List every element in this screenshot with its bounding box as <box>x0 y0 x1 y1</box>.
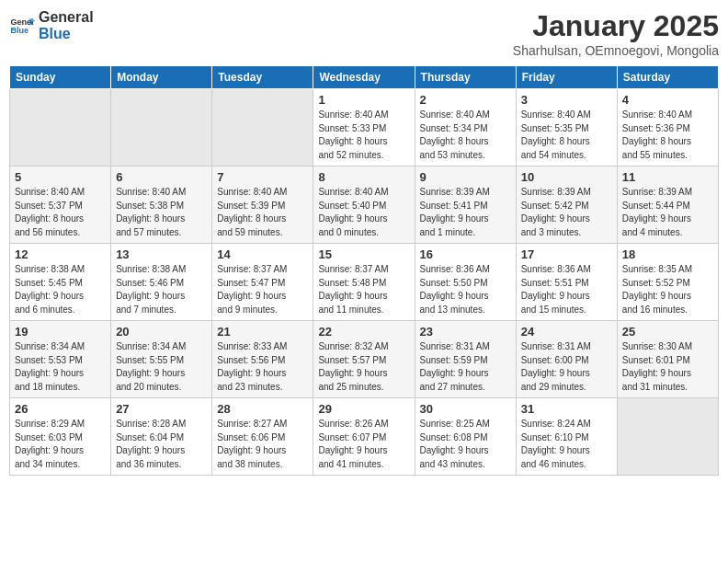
month-title: January 2025 <box>513 9 719 43</box>
day-info: Sunrise: 8:39 AM Sunset: 5:42 PM Dayligh… <box>521 186 612 239</box>
title-block: January 2025 Sharhulsan, OEmnoegovi, Mon… <box>513 9 719 58</box>
day-number: 15 <box>318 247 409 261</box>
calendar-day-cell: 31Sunrise: 8:24 AM Sunset: 6:10 PM Dayli… <box>516 398 617 476</box>
calendar-day-cell: 3Sunrise: 8:40 AM Sunset: 5:35 PM Daylig… <box>516 89 617 167</box>
day-info: Sunrise: 8:37 AM Sunset: 5:47 PM Dayligh… <box>217 263 308 316</box>
day-info: Sunrise: 8:39 AM Sunset: 5:44 PM Dayligh… <box>622 186 713 239</box>
header-row: SundayMondayTuesdayWednesdayThursdayFrid… <box>10 66 719 89</box>
weekday-header: Sunday <box>10 66 111 89</box>
day-number: 23 <box>420 325 511 339</box>
day-number: 3 <box>521 93 612 107</box>
day-number: 26 <box>15 402 106 416</box>
day-info: Sunrise: 8:36 AM Sunset: 5:51 PM Dayligh… <box>521 263 612 316</box>
day-number: 11 <box>622 170 713 184</box>
day-info: Sunrise: 8:40 AM Sunset: 5:40 PM Dayligh… <box>318 186 409 239</box>
day-number: 9 <box>420 170 511 184</box>
day-info: Sunrise: 8:40 AM Sunset: 5:33 PM Dayligh… <box>318 109 409 162</box>
logo-general: General <box>39 9 94 26</box>
calendar-day-cell: 9Sunrise: 8:39 AM Sunset: 5:41 PM Daylig… <box>415 167 516 244</box>
day-info: Sunrise: 8:34 AM Sunset: 5:53 PM Dayligh… <box>15 340 106 394</box>
day-info: Sunrise: 8:40 AM Sunset: 5:35 PM Dayligh… <box>521 109 612 162</box>
day-number: 1 <box>318 93 409 107</box>
day-number: 2 <box>420 93 511 107</box>
day-info: Sunrise: 8:26 AM Sunset: 6:07 PM Dayligh… <box>318 418 409 471</box>
calendar-day-cell: 8Sunrise: 8:40 AM Sunset: 5:40 PM Daylig… <box>313 167 415 244</box>
calendar-table: SundayMondayTuesdayWednesdayThursdayFrid… <box>9 65 719 476</box>
calendar-day-cell: 13Sunrise: 8:38 AM Sunset: 5:46 PM Dayli… <box>111 244 212 321</box>
day-number: 10 <box>521 170 612 184</box>
calendar-day-cell: 11Sunrise: 8:39 AM Sunset: 5:44 PM Dayli… <box>617 167 718 244</box>
calendar-week-row: 5Sunrise: 8:40 AM Sunset: 5:37 PM Daylig… <box>10 167 719 244</box>
day-number: 18 <box>622 247 713 261</box>
day-info: Sunrise: 8:31 AM Sunset: 6:00 PM Dayligh… <box>521 340 612 394</box>
day-info: Sunrise: 8:37 AM Sunset: 5:48 PM Dayligh… <box>318 263 409 316</box>
calendar-day-cell: 18Sunrise: 8:35 AM Sunset: 5:52 PM Dayli… <box>617 244 718 321</box>
calendar-day-cell <box>10 89 111 167</box>
calendar-week-row: 26Sunrise: 8:29 AM Sunset: 6:03 PM Dayli… <box>10 398 719 476</box>
calendar-header: SundayMondayTuesdayWednesdayThursdayFrid… <box>10 66 719 89</box>
calendar-day-cell: 1Sunrise: 8:40 AM Sunset: 5:33 PM Daylig… <box>313 89 415 167</box>
day-info: Sunrise: 8:29 AM Sunset: 6:03 PM Dayligh… <box>15 418 106 471</box>
day-info: Sunrise: 8:33 AM Sunset: 5:56 PM Dayligh… <box>217 340 308 394</box>
day-info: Sunrise: 8:28 AM Sunset: 6:04 PM Dayligh… <box>116 418 207 471</box>
day-number: 6 <box>116 170 207 184</box>
day-number: 25 <box>622 325 713 339</box>
calendar-day-cell: 26Sunrise: 8:29 AM Sunset: 6:03 PM Dayli… <box>10 398 111 476</box>
calendar-day-cell: 15Sunrise: 8:37 AM Sunset: 5:48 PM Dayli… <box>313 244 415 321</box>
calendar-week-row: 12Sunrise: 8:38 AM Sunset: 5:45 PM Dayli… <box>10 244 719 321</box>
day-number: 7 <box>217 170 308 184</box>
calendar-week-row: 19Sunrise: 8:34 AM Sunset: 5:53 PM Dayli… <box>10 321 719 398</box>
day-number: 16 <box>420 247 511 261</box>
calendar-day-cell: 4Sunrise: 8:40 AM Sunset: 5:36 PM Daylig… <box>617 89 718 167</box>
day-info: Sunrise: 8:36 AM Sunset: 5:50 PM Dayligh… <box>420 263 511 316</box>
calendar-day-cell: 29Sunrise: 8:26 AM Sunset: 6:07 PM Dayli… <box>313 398 415 476</box>
day-number: 14 <box>217 247 308 261</box>
calendar-body: 1Sunrise: 8:40 AM Sunset: 5:33 PM Daylig… <box>10 89 719 476</box>
calendar-day-cell: 14Sunrise: 8:37 AM Sunset: 5:47 PM Dayli… <box>212 244 313 321</box>
calendar-day-cell: 19Sunrise: 8:34 AM Sunset: 5:53 PM Dayli… <box>10 321 111 398</box>
day-number: 4 <box>622 93 713 107</box>
calendar-day-cell: 22Sunrise: 8:32 AM Sunset: 5:57 PM Dayli… <box>313 321 415 398</box>
weekday-header: Wednesday <box>313 66 415 89</box>
calendar-day-cell: 6Sunrise: 8:40 AM Sunset: 5:38 PM Daylig… <box>111 167 212 244</box>
weekday-header: Thursday <box>415 66 516 89</box>
weekday-header: Tuesday <box>212 66 313 89</box>
day-number: 27 <box>116 402 207 416</box>
calendar-day-cell <box>212 89 313 167</box>
day-number: 22 <box>318 325 409 339</box>
day-info: Sunrise: 8:38 AM Sunset: 5:46 PM Dayligh… <box>116 263 207 316</box>
day-number: 29 <box>318 402 409 416</box>
day-number: 31 <box>521 402 612 416</box>
day-number: 21 <box>217 325 308 339</box>
calendar-day-cell: 24Sunrise: 8:31 AM Sunset: 6:00 PM Dayli… <box>516 321 617 398</box>
day-info: Sunrise: 8:25 AM Sunset: 6:08 PM Dayligh… <box>420 418 511 471</box>
calendar-day-cell: 7Sunrise: 8:40 AM Sunset: 5:39 PM Daylig… <box>212 167 313 244</box>
page-header: General Blue General Blue January 2025 S… <box>9 9 719 58</box>
location-subtitle: Sharhulsan, OEmnoegovi, Mongolia <box>513 43 719 58</box>
calendar-week-row: 1Sunrise: 8:40 AM Sunset: 5:33 PM Daylig… <box>10 89 719 167</box>
day-number: 28 <box>217 402 308 416</box>
day-info: Sunrise: 8:24 AM Sunset: 6:10 PM Dayligh… <box>521 418 612 471</box>
calendar-day-cell <box>617 398 718 476</box>
day-info: Sunrise: 8:35 AM Sunset: 5:52 PM Dayligh… <box>622 263 713 316</box>
logo-icon: General Blue <box>9 13 35 39</box>
weekday-header: Saturday <box>617 66 718 89</box>
day-number: 19 <box>15 325 106 339</box>
calendar-day-cell: 20Sunrise: 8:34 AM Sunset: 5:55 PM Dayli… <box>111 321 212 398</box>
calendar-day-cell <box>111 89 212 167</box>
day-info: Sunrise: 8:27 AM Sunset: 6:06 PM Dayligh… <box>217 418 308 471</box>
day-info: Sunrise: 8:40 AM Sunset: 5:34 PM Dayligh… <box>420 109 511 162</box>
svg-text:Blue: Blue <box>10 26 28 35</box>
calendar-day-cell: 10Sunrise: 8:39 AM Sunset: 5:42 PM Dayli… <box>516 167 617 244</box>
day-number: 5 <box>15 170 106 184</box>
calendar-day-cell: 16Sunrise: 8:36 AM Sunset: 5:50 PM Dayli… <box>415 244 516 321</box>
calendar-day-cell: 23Sunrise: 8:31 AM Sunset: 5:59 PM Dayli… <box>415 321 516 398</box>
day-number: 17 <box>521 247 612 261</box>
day-info: Sunrise: 8:40 AM Sunset: 5:39 PM Dayligh… <box>217 186 308 239</box>
day-info: Sunrise: 8:31 AM Sunset: 5:59 PM Dayligh… <box>420 340 511 394</box>
day-number: 12 <box>15 247 106 261</box>
day-info: Sunrise: 8:40 AM Sunset: 5:37 PM Dayligh… <box>15 186 106 239</box>
calendar-day-cell: 21Sunrise: 8:33 AM Sunset: 5:56 PM Dayli… <box>212 321 313 398</box>
day-info: Sunrise: 8:30 AM Sunset: 6:01 PM Dayligh… <box>622 340 713 394</box>
weekday-header: Friday <box>516 66 617 89</box>
